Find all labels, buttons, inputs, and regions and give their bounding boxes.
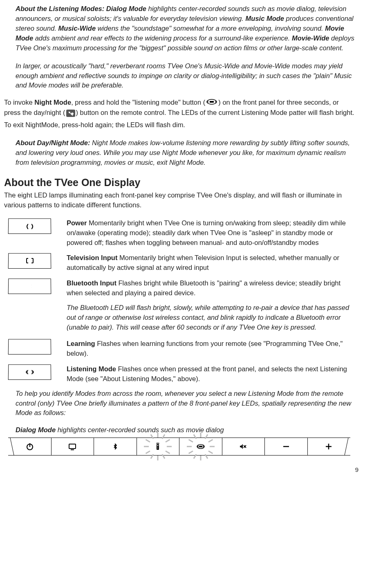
display-intro: The eight LED lamps illuminating each fr… [4,191,354,210]
listening-mode-icon [206,98,217,108]
minus-icon [282,442,291,451]
music-mode-label: Music Mode [246,15,284,22]
mute-icon [239,442,248,451]
day-night-icon [66,110,75,117]
listening-modes-block: About the Listening Modes: Dialog Mode h… [16,4,354,90]
mode-key [8,364,52,380]
tv-icon [68,442,77,451]
key-row-mode: Listening Mode Flashes once when pressed… [4,364,354,384]
learning-label: Learning [67,340,95,347]
movie-wide-label: Movie-Wide [292,34,329,42]
day-night-heading: About Day/Night Mode: [16,139,92,146]
power-icon [25,442,34,451]
power-text: Momentarily bright when TVee One is turn… [67,219,346,246]
mode-icon [196,442,205,451]
day-night-about-block: About Day/Night Mode: Night Mode makes l… [16,138,354,168]
power-key [8,218,52,234]
bluetooth-icon [25,282,34,291]
key-row-bt: Bluetooth Input Flashes bright while Blu… [4,278,354,298]
bar-plus [308,438,350,455]
mode-label: Listening Mode [67,365,116,373]
bar-power [9,438,52,455]
night-mode-exit: To exit NightMode, press-hold again; the… [4,120,354,130]
night-mode-label: Night Mode [34,99,71,106]
bar-tv [52,438,94,455]
learning-key [8,339,52,355]
mode-bar [8,438,350,456]
dialog-pattern-line: Dialog Mode highlights center-recorded s… [16,425,354,435]
listening-modes-heading: About the Listening Modes: [16,5,106,12]
pattern-intro: To help you identify Modes from across t… [16,389,354,418]
movie-mode-text: adds ambient and rear effects to the wid… [33,34,292,42]
dialog-mode-label: Dialog Mode [106,5,146,12]
key-row-learning: Learning Flashes when learning functions… [4,339,354,359]
tv-key [8,254,52,269]
tv-label: Television Input [67,254,117,261]
music-wide-label: Music-Wide [58,25,96,32]
remote-icon [153,442,162,451]
page-number: 9 [4,465,358,474]
bluetooth-icon [111,442,120,451]
learning-text: Flashes when learning functions from you… [67,340,343,357]
plus-icon [324,442,333,451]
bar-mute [222,438,265,455]
night-mode-invoke: To invoke Night Mode, press and hold the… [4,98,354,118]
bar-mode [179,438,222,455]
key-row-tv: Television Input Momentarily bright when… [4,253,354,273]
music-wide-text: widens the "soundstage" somewhat for a m… [96,25,325,32]
power-label: Power [67,219,87,227]
bar-bt [94,438,137,455]
tv-icon [25,257,34,266]
night-intro-d: ) button on the remote control. The LEDs… [76,109,354,116]
remote-icon [25,342,34,351]
bluetooth-key [8,278,52,294]
bt-note: The Bluetooth LED will flash bright, slo… [67,303,354,332]
dialog-pattern-label: Dialog Mode [16,426,56,433]
bar-minus [265,438,308,455]
night-intro-a: To invoke [4,99,34,106]
power-icon [25,222,34,231]
display-heading: About the TVee One Display [4,175,354,190]
bt-label: Bluetooth Input [67,279,116,287]
bar-learning [137,438,180,455]
dialog-pattern-text: highlights center-recorded sounds such a… [56,426,224,433]
mode-icon [25,368,34,377]
key-row-power: Power Momentarily bright when TVee One i… [4,218,354,248]
night-intro-b: , press and hold the "listening mode" bu… [71,99,205,106]
room-note: In larger, or acoustically "hard," rever… [16,61,354,91]
